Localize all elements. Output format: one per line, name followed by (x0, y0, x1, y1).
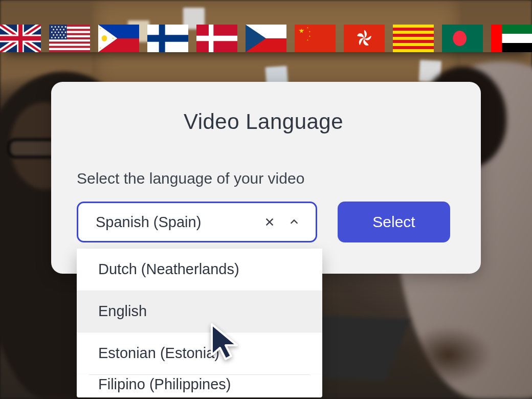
svg-point-34 (61, 37, 63, 38)
chevron-up-icon[interactable] (285, 213, 303, 231)
svg-point-28 (56, 34, 58, 36)
option-filipino-philippines[interactable]: Filipino (Philippines) (77, 375, 322, 397)
option-estonian-estonia[interactable]: Estonian (Estonia) (77, 332, 322, 374)
svg-rect-45 (147, 35, 188, 42)
combobox-value: Spanish (Spain) (96, 214, 254, 231)
svg-point-21 (63, 29, 64, 30)
svg-rect-63 (393, 46, 434, 49)
svg-point-19 (56, 29, 58, 30)
svg-point-29 (60, 34, 61, 36)
svg-point-33 (58, 37, 59, 38)
svg-point-30 (63, 34, 64, 36)
svg-point-16 (61, 26, 63, 28)
modal-title: Video Language (77, 109, 450, 134)
svg-point-18 (53, 29, 54, 30)
svg-point-15 (58, 26, 59, 28)
flag-finland (147, 25, 188, 52)
svg-point-14 (55, 26, 56, 28)
svg-point-24 (58, 32, 59, 33)
flag-denmark (196, 25, 237, 52)
svg-rect-69 (491, 25, 502, 52)
svg-rect-4 (0, 36, 41, 41)
flag-united-kingdom (0, 25, 41, 52)
flag-united-arab-emirates (491, 25, 532, 52)
language-combobox[interactable]: Spanish (Spain) (77, 202, 317, 242)
svg-point-13 (51, 26, 53, 28)
svg-point-39 (102, 35, 107, 41)
svg-point-17 (65, 26, 66, 28)
svg-point-23 (55, 32, 56, 33)
flag-catalonia (393, 25, 434, 52)
option-label: Dutch (Neatherlands) (98, 261, 239, 278)
svg-point-65 (453, 31, 467, 46)
flag-china (295, 25, 336, 52)
svg-rect-52 (295, 25, 336, 52)
svg-point-26 (65, 32, 66, 33)
flag-bangladesh (442, 25, 483, 52)
option-label: Filipino (Philippines) (98, 376, 231, 393)
svg-point-20 (60, 29, 61, 30)
flag-czech-republic (246, 25, 286, 52)
svg-rect-9 (49, 39, 90, 41)
svg-rect-10 (49, 43, 90, 46)
svg-point-35 (65, 37, 66, 38)
svg-rect-60 (393, 28, 434, 31)
video-language-modal: Video Language Select the language of yo… (51, 82, 481, 274)
svg-rect-62 (393, 40, 434, 43)
language-listbox[interactable]: Dutch (Neatherlands) English Estonian (E… (77, 249, 322, 397)
svg-point-25 (61, 32, 63, 33)
modal-subtitle: Select the language of your video (77, 170, 450, 187)
controls-row: Spanish (Spain) Select (77, 202, 450, 242)
svg-rect-48 (196, 36, 237, 41)
select-button[interactable]: Select (338, 202, 450, 242)
svg-point-22 (51, 32, 53, 33)
clear-icon[interactable] (260, 213, 279, 231)
option-dutch-netherlands[interactable]: Dutch (Neatherlands) (77, 249, 322, 291)
svg-point-32 (55, 37, 56, 38)
option-english[interactable]: English (77, 291, 322, 332)
svg-rect-11 (49, 48, 90, 50)
flag-row (0, 25, 532, 52)
flag-hong-kong (344, 25, 385, 52)
svg-rect-61 (393, 34, 434, 37)
flag-philippines (98, 25, 139, 52)
option-label: English (98, 303, 147, 320)
option-label: Estonian (Estonia) (98, 345, 219, 362)
svg-point-27 (53, 34, 54, 36)
svg-point-31 (51, 37, 53, 38)
flag-united-states (49, 25, 90, 52)
